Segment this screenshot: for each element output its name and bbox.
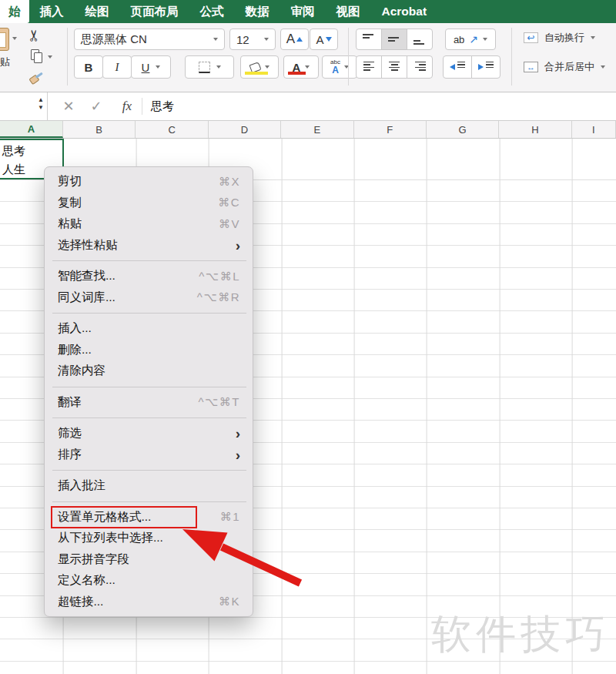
- ribbon-tab-Acrobat[interactable]: Acrobat: [371, 0, 438, 23]
- menu-item-label: 排序: [58, 447, 82, 463]
- menu-item-shortcut: ⌘X: [219, 175, 240, 189]
- fill-color-button[interactable]: [240, 55, 279, 79]
- merge-center-icon: ↔: [524, 62, 538, 72]
- paste-clipboard-icon[interactable]: [0, 28, 9, 51]
- menu-item-shortcut: ⌘K: [219, 595, 240, 609]
- text-orientation-button[interactable]: ab ↗: [445, 29, 496, 50]
- ribbon-tab-始[interactable]: 始: [0, 0, 29, 23]
- menu-separator: [52, 313, 246, 314]
- cancel-icon[interactable]: ✕: [59, 92, 79, 120]
- copy-dropdown-caret[interactable]: [48, 55, 52, 59]
- menu-item-label: 插入...: [58, 320, 92, 337]
- group-separator: [511, 28, 512, 86]
- menu-item-定义名称[interactable]: 定义名称...: [45, 570, 253, 592]
- font-color-caret: [305, 65, 310, 69]
- align-bottom-button[interactable]: [407, 29, 433, 50]
- copy-icon[interactable]: [31, 49, 41, 62]
- underline-letter: U: [142, 61, 150, 74]
- insert-function-icon[interactable]: fx: [116, 92, 139, 120]
- horizontal-align-group: [356, 55, 433, 79]
- merge-center-caret: [601, 65, 605, 69]
- underline-button[interactable]: U: [131, 55, 171, 79]
- menu-item-删除[interactable]: 删除...: [45, 340, 253, 361]
- column-header-D[interactable]: D: [209, 121, 281, 138]
- font-color-swatch: [288, 72, 306, 75]
- borders-caret: [216, 65, 221, 69]
- menu-item-剪切[interactable]: 剪切⌘X: [45, 171, 253, 193]
- font-color-button[interactable]: A: [283, 55, 319, 79]
- ribbon-tab-视图[interactable]: 视图: [326, 0, 371, 23]
- cut-scissors-icon[interactable]: ✂: [25, 29, 43, 42]
- column-headers: ABCDEFGHI: [0, 121, 616, 139]
- ribbon-tab-插入[interactable]: 插入: [29, 0, 75, 23]
- menu-item-复制[interactable]: 复制⌘C: [45, 193, 253, 214]
- column-header-C[interactable]: C: [136, 121, 208, 138]
- align-center-button[interactable]: [381, 55, 407, 79]
- borders-button[interactable]: [185, 55, 234, 79]
- menu-item-从下拉列表中选择[interactable]: 从下拉列表中选择...: [45, 528, 253, 549]
- menu-item-shortcut: ^⌥⌘L: [199, 270, 240, 283]
- paste-dropdown-caret[interactable]: [12, 37, 17, 40]
- formula-bar-value[interactable]: 思考: [151, 92, 174, 120]
- menu-item-label: 设置单元格格式...: [58, 509, 151, 525]
- decrease-indent-button[interactable]: [443, 55, 472, 79]
- name-box[interactable]: ▲ ▼: [0, 92, 48, 120]
- menu-item-排序[interactable]: 排序›: [45, 444, 253, 466]
- align-right-button[interactable]: [407, 55, 433, 79]
- menu-item-翻译[interactable]: 翻译^⌥⌘T: [45, 392, 253, 414]
- menu-item-粘贴[interactable]: 粘贴⌘V: [45, 213, 253, 235]
- increase-indent-button[interactable]: [471, 55, 500, 79]
- menu-item-清除内容[interactable]: 清除内容: [45, 360, 253, 382]
- column-header-I[interactable]: I: [572, 121, 616, 138]
- menu-item-shortcut: ^⌥⌘T: [199, 395, 241, 409]
- orientation-arrow-icon: ↗: [469, 33, 478, 45]
- submenu-arrow-icon: ›: [236, 238, 240, 253]
- phonetic-guide-button[interactable]: abc A: [322, 55, 357, 79]
- context-menu: 剪切⌘X复制⌘C粘贴⌘V选择性粘贴›智能查找...^⌥⌘L同义词库...^⌥⌘R…: [44, 166, 253, 617]
- align-left-button[interactable]: [356, 55, 382, 79]
- column-header-E[interactable]: E: [281, 121, 353, 138]
- decrease-font-size-button[interactable]: A: [310, 29, 338, 50]
- menu-item-插入[interactable]: 插入...: [45, 318, 253, 340]
- menu-item-超链接[interactable]: 超链接...⌘K: [45, 592, 253, 613]
- menu-item-同义词库[interactable]: 同义词库...^⌥⌘R: [45, 287, 253, 309]
- ribbon-tab-数据[interactable]: 数据: [235, 0, 280, 23]
- align-top-button[interactable]: [356, 29, 382, 50]
- watermark-text: 软件技巧: [431, 608, 610, 662]
- menu-item-插入批注[interactable]: 插入批注: [45, 475, 253, 497]
- wrap-text-button[interactable]: ↩ 自动换行: [524, 31, 595, 45]
- column-header-A[interactable]: A: [0, 121, 63, 138]
- menu-item-智能查找[interactable]: 智能查找...^⌥⌘L: [45, 266, 253, 287]
- submenu-arrow-icon: ›: [236, 448, 240, 462]
- menu-item-设置单元格格式[interactable]: 设置单元格格式...⌘1: [45, 507, 253, 528]
- font-name-combo[interactable]: 思源黑体 CN: [74, 29, 225, 50]
- ribbon-tab-页面布局[interactable]: 页面布局: [120, 0, 189, 23]
- align-middle-button[interactable]: [381, 29, 407, 50]
- merge-center-button[interactable]: ↔ 合并后居中: [524, 60, 605, 74]
- name-box-spinner[interactable]: ▲ ▼: [38, 97, 44, 111]
- enter-check-icon[interactable]: ✓: [86, 92, 106, 120]
- column-header-G[interactable]: G: [427, 121, 499, 138]
- menu-item-筛选[interactable]: 筛选›: [45, 423, 253, 444]
- menu-item-shortcut: ⌘1: [220, 510, 240, 524]
- ribbon-tab-审阅[interactable]: 审阅: [280, 0, 326, 23]
- menu-separator: [52, 501, 246, 502]
- decrease-font-letter: A: [316, 33, 323, 46]
- menu-item-显示拼音字段[interactable]: 显示拼音字段: [45, 549, 253, 571]
- ribbon-tab-公式[interactable]: 公式: [189, 0, 235, 23]
- format-painter-icon[interactable]: [28, 71, 44, 86]
- bold-button[interactable]: B: [74, 55, 103, 79]
- column-header-H[interactable]: H: [499, 121, 571, 138]
- paste-button-label[interactable]: 贴: [0, 55, 10, 69]
- merge-center-label: 合并后居中: [544, 60, 594, 74]
- increase-font-size-button[interactable]: A: [280, 29, 309, 50]
- menu-item-选择性粘贴[interactable]: 选择性粘贴›: [45, 235, 253, 257]
- italic-button[interactable]: I: [102, 55, 132, 79]
- column-header-F[interactable]: F: [354, 121, 427, 138]
- font-size-combo[interactable]: 12: [229, 29, 276, 50]
- ribbon-home: 贴 ✂ 思源黑体 CN 12 A A B I U A abc A: [0, 23, 616, 92]
- column-header-B[interactable]: B: [63, 121, 136, 138]
- font-size-caret: [264, 38, 269, 41]
- ribbon-tab-绘图[interactable]: 绘图: [75, 0, 120, 23]
- fill-color-caret: [265, 65, 270, 69]
